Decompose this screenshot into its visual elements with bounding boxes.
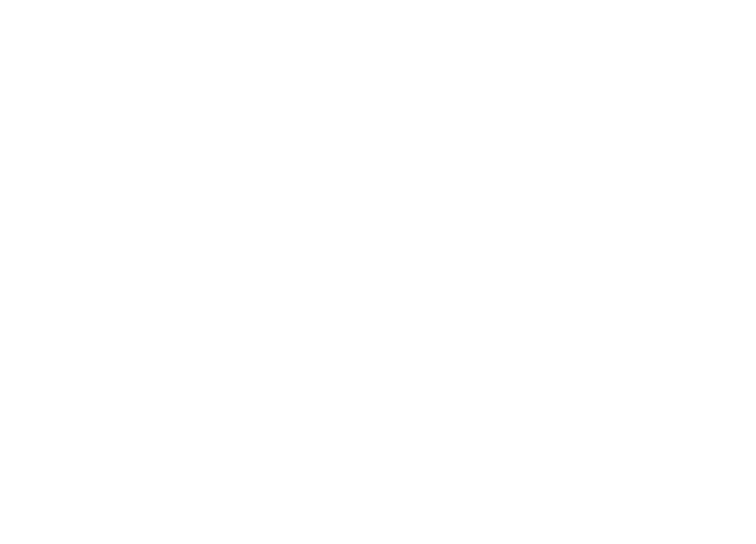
flowchart xyxy=(80,0,677,434)
edge-layer xyxy=(80,0,677,434)
